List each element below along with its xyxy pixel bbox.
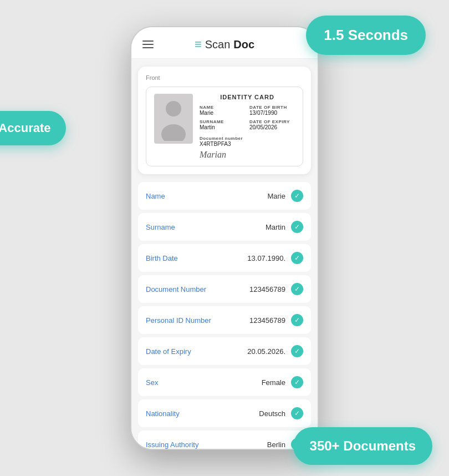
hamburger-menu[interactable] bbox=[142, 40, 154, 48]
row-value: 13.07.1990. bbox=[247, 254, 285, 262]
signature: Marian bbox=[200, 150, 295, 159]
row-value: Deutsch bbox=[259, 409, 285, 418]
row-right: 123456789 ✓ bbox=[249, 314, 303, 326]
row-label: Surname bbox=[146, 223, 175, 231]
logo-doc: Doc bbox=[233, 38, 254, 51]
row-right: Marie ✓ bbox=[267, 190, 303, 202]
table-row: Nationality Deutsch ✓ bbox=[138, 399, 311, 427]
check-icon: ✓ bbox=[291, 190, 303, 202]
table-row: Personal ID Number 123456789 ✓ bbox=[138, 306, 311, 334]
table-row: Name Marie ✓ bbox=[138, 182, 311, 210]
check-icon: ✓ bbox=[291, 345, 303, 357]
check-icon: ✓ bbox=[291, 376, 303, 388]
row-right: 123456789 ✓ bbox=[249, 283, 303, 295]
row-label: Sex bbox=[146, 378, 158, 387]
logo-scan: Scan bbox=[205, 38, 231, 51]
id-docnum-value: X4RTBPFA3 bbox=[200, 141, 295, 147]
accurate-badge: 99% Accurate bbox=[0, 111, 66, 145]
table-row: Document Number 123456789 ✓ bbox=[138, 275, 311, 303]
id-name-value: Marie bbox=[200, 110, 245, 116]
id-expiry-value: 20/05/2026 bbox=[249, 124, 295, 130]
accurate-badge-text: 99% Accurate bbox=[0, 121, 50, 135]
svg-point-1 bbox=[161, 124, 186, 141]
id-card-photo bbox=[154, 94, 193, 144]
id-card: IDENTITY CARD NAME Marie DATE OF BIRTH 1… bbox=[146, 87, 303, 166]
row-label: Personal ID Number bbox=[146, 316, 211, 325]
row-label: Nationality bbox=[146, 409, 180, 418]
table-row: Date of Expiry 20.05.2026. ✓ bbox=[138, 337, 311, 365]
svg-point-0 bbox=[166, 101, 181, 117]
row-right: Deutsch ✓ bbox=[259, 407, 303, 419]
check-icon: ✓ bbox=[291, 283, 303, 295]
row-label: Name bbox=[146, 192, 165, 200]
row-value: Marie bbox=[267, 192, 285, 200]
id-field-expiry: DATE OF EXPIRY 20/05/2026 bbox=[249, 119, 295, 130]
seconds-badge: 1.5 Seconds bbox=[306, 16, 426, 55]
row-right: 20.05.2026. ✓ bbox=[247, 345, 303, 357]
card-label: Front bbox=[146, 74, 303, 81]
check-icon: ✓ bbox=[291, 221, 303, 233]
phone-frame: ≡ ScanDoc Front IDE bbox=[130, 26, 319, 450]
row-label: Issuing Authority bbox=[146, 440, 198, 449]
row-right: Martin ✓ bbox=[266, 221, 303, 233]
row-right: Female ✓ bbox=[262, 376, 303, 388]
id-surname-value: Martin bbox=[200, 124, 245, 130]
id-field-docnum: Document number X4RTBPFA3 bbox=[200, 136, 295, 147]
row-value: 123456789 bbox=[249, 285, 285, 293]
seconds-badge-text: 1.5 Seconds bbox=[324, 27, 408, 43]
app-header: ≡ ScanDoc bbox=[131, 27, 318, 59]
id-expiry-label: DATE OF EXPIRY bbox=[249, 119, 295, 124]
row-label: Document Number bbox=[146, 285, 206, 293]
check-icon: ✓ bbox=[291, 252, 303, 264]
documents-badge-text: 350+ Documents bbox=[310, 438, 416, 453]
id-card-content: IDENTITY CARD NAME Marie DATE OF BIRTH 1… bbox=[200, 94, 295, 159]
id-dob-label: DATE OF BIRTH bbox=[249, 105, 295, 110]
row-label: Date of Expiry bbox=[146, 347, 191, 356]
id-name-label: NAME bbox=[200, 105, 245, 110]
check-icon: ✓ bbox=[291, 407, 303, 419]
id-docnum-label: Document number bbox=[200, 136, 295, 141]
table-row: Sex Female ✓ bbox=[138, 368, 311, 396]
app-logo: ≡ ScanDoc bbox=[195, 37, 254, 52]
row-value: Female bbox=[262, 378, 285, 387]
row-value: 123456789 bbox=[249, 316, 285, 325]
row-value: Berlin bbox=[267, 440, 285, 449]
table-row: Issuing Authority Berlin ✓ bbox=[138, 431, 311, 449]
id-dob-value: 13/07/1990 bbox=[249, 110, 295, 116]
id-surname-label: SURNAME bbox=[200, 119, 245, 124]
check-icon: ✓ bbox=[291, 314, 303, 326]
data-rows-container: Name Marie ✓ Surname Martin ✓ Birth Date… bbox=[131, 182, 318, 449]
id-card-title: IDENTITY CARD bbox=[200, 94, 295, 100]
logo-icon: ≡ bbox=[195, 37, 202, 52]
id-card-area: Front IDENTITY CARD NAME bbox=[138, 67, 311, 174]
row-value: 20.05.2026. bbox=[247, 347, 285, 356]
row-label: Birth Date bbox=[146, 254, 178, 262]
documents-badge: 350+ Documents bbox=[293, 427, 432, 465]
id-field-dob: DATE OF BIRTH 13/07/1990 bbox=[249, 105, 295, 116]
id-field-name: NAME Marie bbox=[200, 105, 245, 116]
table-row: Surname Martin ✓ bbox=[138, 213, 311, 241]
row-value: Martin bbox=[266, 223, 285, 231]
table-row: Birth Date 13.07.1990. ✓ bbox=[138, 244, 311, 272]
id-field-surname: SURNAME Martin bbox=[200, 119, 245, 130]
row-right: 13.07.1990. ✓ bbox=[247, 252, 303, 264]
